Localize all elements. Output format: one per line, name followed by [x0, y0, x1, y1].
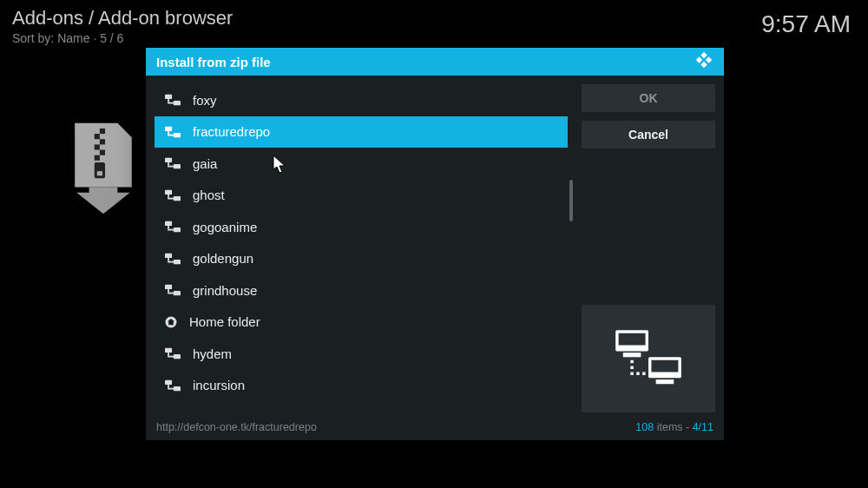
network-source-icon — [165, 158, 181, 168]
svg-rect-2 — [100, 139, 105, 144]
svg-rect-3 — [95, 144, 100, 149]
list-item-label: gogoanime — [193, 220, 257, 234]
svg-rect-5 — [95, 155, 100, 161]
network-source-icon — [165, 95, 181, 105]
list-item-label: goldengun — [193, 251, 253, 266]
dialog-footer: http://defcon-one.tk/fracturedrepo 108 i… — [146, 414, 724, 440]
svg-rect-10 — [168, 99, 169, 102]
svg-rect-39 — [168, 353, 169, 356]
svg-rect-34 — [168, 289, 169, 293]
list-item-label: grindhouse — [193, 283, 257, 298]
sort-indicator: Sort by: Name · 5 / 6 — [12, 31, 233, 45]
svg-rect-19 — [168, 166, 175, 168]
list-item[interactable]: fracturedrepo — [155, 116, 568, 148]
list-item-label: ghost — [193, 188, 225, 202]
svg-rect-24 — [165, 221, 172, 226]
preview-thumbnail — [582, 305, 715, 412]
svg-rect-27 — [168, 229, 175, 231]
cancel-button[interactable]: Cancel — [582, 121, 715, 148]
kodi-logo-icon — [694, 50, 713, 73]
svg-rect-1 — [95, 134, 100, 139]
svg-rect-55 — [642, 372, 645, 374]
network-source-icon — [165, 190, 181, 201]
svg-rect-53 — [630, 372, 633, 374]
svg-rect-28 — [165, 253, 172, 257]
list-item[interactable]: gaia — [155, 148, 568, 180]
list-item[interactable]: goldengun — [155, 243, 568, 275]
network-source-icon — [165, 254, 181, 264]
svg-rect-23 — [168, 197, 175, 199]
svg-rect-54 — [636, 372, 639, 374]
scrollbar[interactable] — [569, 84, 573, 412]
svg-rect-14 — [168, 131, 169, 135]
list-item-label: hydem — [193, 346, 232, 361]
list-item[interactable]: hydem — [155, 338, 568, 370]
svg-rect-16 — [165, 158, 172, 162]
scroll-thumb[interactable] — [569, 180, 573, 221]
svg-rect-6 — [95, 162, 105, 178]
footer-count: 108 items - 4/11 — [635, 421, 713, 433]
network-source-icon — [165, 380, 181, 391]
svg-rect-8 — [165, 95, 172, 99]
network-source-icon — [165, 285, 181, 295]
svg-rect-44 — [168, 387, 175, 389]
install-from-zip-dialog: Install from zip file foxyfracturedrepog… — [146, 48, 724, 440]
svg-rect-4 — [100, 150, 105, 155]
svg-rect-47 — [623, 353, 641, 357]
ok-button[interactable]: OK — [582, 84, 715, 112]
dialog-header: Install from zip file — [146, 48, 724, 76]
network-source-icon — [165, 127, 181, 137]
network-source-icon — [165, 221, 181, 232]
list-item[interactable]: gogoanime — [155, 211, 568, 243]
svg-rect-31 — [168, 260, 175, 262]
network-share-icon — [611, 326, 686, 391]
list-item-label: Home folder — [189, 314, 260, 329]
svg-rect-26 — [168, 226, 169, 229]
svg-rect-15 — [168, 134, 175, 135]
breadcrumb: Add-ons / Add-on browser — [12, 7, 233, 30]
clock: 9:57 AM — [761, 10, 851, 38]
list-item-label: incursion — [193, 378, 245, 392]
svg-rect-22 — [168, 195, 169, 198]
network-source-icon — [165, 348, 181, 359]
zip-file-icon — [68, 115, 139, 217]
svg-rect-12 — [165, 126, 172, 130]
list-item-label: gaia — [193, 156, 217, 171]
svg-rect-43 — [168, 385, 169, 388]
list-item[interactable]: incursion — [155, 370, 568, 402]
svg-rect-40 — [168, 356, 175, 358]
list-item[interactable]: grindhouse — [155, 274, 568, 307]
svg-rect-20 — [165, 189, 172, 194]
svg-rect-30 — [168, 258, 169, 261]
svg-rect-51 — [630, 360, 633, 363]
list-item[interactable]: foxy — [155, 84, 568, 116]
file-list[interactable]: foxyfracturedrepogaiaghostgogoanimegolde… — [155, 84, 568, 412]
svg-rect-11 — [168, 102, 175, 104]
svg-rect-18 — [168, 162, 169, 166]
page-header: Add-ons / Add-on browser Sort by: Name ·… — [12, 7, 233, 45]
svg-rect-7 — [97, 171, 102, 175]
list-item-label: foxy — [193, 93, 217, 108]
list-item[interactable]: ghost — [155, 180, 568, 212]
home-icon — [165, 316, 177, 328]
svg-rect-35 — [168, 293, 175, 294]
svg-rect-49 — [651, 360, 678, 373]
svg-rect-46 — [619, 333, 646, 346]
footer-path: http://defcon-one.tk/fracturedrepo — [156, 421, 317, 433]
dialog-title: Install from zip file — [156, 55, 271, 69]
svg-rect-50 — [656, 379, 674, 384]
svg-rect-32 — [165, 285, 172, 289]
list-item-label: fracturedrepo — [193, 124, 270, 139]
svg-rect-41 — [165, 379, 172, 384]
svg-rect-0 — [100, 129, 105, 134]
svg-rect-52 — [630, 366, 633, 369]
svg-rect-37 — [165, 348, 172, 353]
list-item[interactable]: Home folder — [155, 307, 568, 339]
